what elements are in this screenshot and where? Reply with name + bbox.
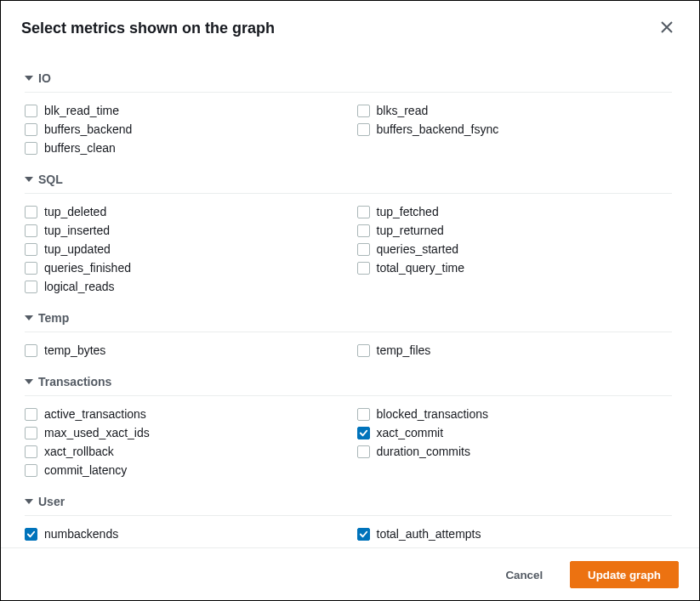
metric-commit_latency[interactable]: commit_latency xyxy=(25,461,340,479)
metric-xact_commit[interactable]: xact_commit xyxy=(357,423,673,442)
metrics-grid: temp_bytestemp_files xyxy=(25,341,672,360)
checkbox-temp_files[interactable] xyxy=(357,344,370,357)
metric-buffers_clean[interactable]: buffers_clean xyxy=(25,139,340,157)
group-header-user[interactable]: User xyxy=(25,490,672,515)
metric-temp_bytes[interactable]: temp_bytes xyxy=(25,341,340,360)
group-title: Temp xyxy=(38,311,69,325)
metric-label: blk_read_time xyxy=(44,104,119,117)
checkbox-buffers_clean[interactable] xyxy=(25,142,37,155)
divider xyxy=(25,193,672,194)
metric-tup_updated[interactable]: tup_updated xyxy=(25,240,340,258)
metric-label: xact_rollback xyxy=(44,445,114,458)
checkbox-tup_deleted[interactable] xyxy=(25,206,37,218)
group-io: IOblk_read_timebuffers_backendbuffers_cl… xyxy=(25,66,672,157)
caret-down-icon xyxy=(25,177,33,182)
metric-temp_files[interactable]: temp_files xyxy=(357,341,673,360)
checkbox-tup_inserted[interactable] xyxy=(25,224,37,237)
group-temp: Temptemp_bytestemp_files xyxy=(25,306,672,360)
metrics-grid: tup_deletedtup_insertedtup_updatedquerie… xyxy=(25,202,672,296)
group-title: IO xyxy=(38,71,51,85)
divider xyxy=(25,515,672,516)
metric-queries_finished[interactable]: queries_finished xyxy=(25,258,340,277)
update-graph-button[interactable]: Update graph xyxy=(570,561,679,588)
metric-label: buffers_backend xyxy=(44,122,132,136)
metrics-col-left: numbackends xyxy=(25,524,340,543)
checkbox-xact_commit[interactable] xyxy=(357,427,370,439)
checkbox-blocked_transactions[interactable] xyxy=(357,408,370,421)
checkbox-buffers_backend[interactable] xyxy=(25,123,37,136)
checkbox-active_transactions[interactable] xyxy=(25,408,37,421)
modal-header: Select metrics shown on the graph xyxy=(1,1,699,52)
divider xyxy=(25,92,672,93)
metric-blocked_transactions[interactable]: blocked_transactions xyxy=(357,405,673,423)
metric-blks_read[interactable]: blks_read xyxy=(357,101,673,120)
metric-label: total_auth_attempts xyxy=(377,527,481,541)
checkbox-tup_returned[interactable] xyxy=(357,224,370,237)
group-header-transactions[interactable]: Transactions xyxy=(25,370,672,395)
metric-queries_started[interactable]: queries_started xyxy=(357,240,673,258)
checkbox-blks_read[interactable] xyxy=(357,105,370,117)
metric-label: numbackends xyxy=(44,527,118,541)
metric-label: buffers_clean xyxy=(44,141,116,155)
metric-tup_inserted[interactable]: tup_inserted xyxy=(25,221,340,240)
metric-label: tup_updated xyxy=(44,242,111,256)
group-header-temp[interactable]: Temp xyxy=(25,306,672,332)
checkbox-blk_read_time[interactable] xyxy=(25,105,37,117)
metric-total_auth_attempts[interactable]: total_auth_attempts xyxy=(357,524,673,543)
group-header-io[interactable]: IO xyxy=(25,66,672,92)
select-metrics-modal: Select metrics shown on the graph IOblk_… xyxy=(0,0,700,601)
metric-tup_deleted[interactable]: tup_deleted xyxy=(25,202,340,221)
metric-label: queries_started xyxy=(377,242,459,256)
checkbox-logical_reads[interactable] xyxy=(25,281,37,293)
metric-tup_fetched[interactable]: tup_fetched xyxy=(357,202,673,221)
metric-buffers_backend[interactable]: buffers_backend xyxy=(25,120,340,139)
caret-down-icon xyxy=(25,499,33,504)
metrics-grid: active_transactionsmax_used_xact_idsxact… xyxy=(25,405,672,479)
metric-tup_returned[interactable]: tup_returned xyxy=(357,221,673,240)
checkbox-xact_rollback[interactable] xyxy=(25,445,37,458)
close-button[interactable] xyxy=(655,16,679,40)
metrics-col-right: total_auth_attempts xyxy=(357,524,673,543)
checkbox-max_used_xact_ids[interactable] xyxy=(25,427,37,439)
metric-total_query_time[interactable]: total_query_time xyxy=(357,258,673,277)
metric-label: queries_finished xyxy=(44,261,131,275)
close-icon xyxy=(661,21,673,36)
checkbox-duration_commits[interactable] xyxy=(357,445,370,458)
metrics-col-right: blocked_transactionsxact_commitduration_… xyxy=(357,405,673,479)
metric-label: temp_bytes xyxy=(44,343,105,357)
metric-duration_commits[interactable]: duration_commits xyxy=(357,442,673,461)
metric-max_used_xact_ids[interactable]: max_used_xact_ids xyxy=(25,423,340,442)
metric-xact_rollback[interactable]: xact_rollback xyxy=(25,442,340,461)
cancel-button[interactable]: Cancel xyxy=(488,561,560,588)
checkbox-total_auth_attempts[interactable] xyxy=(357,528,370,541)
checkbox-total_query_time[interactable] xyxy=(357,262,370,275)
checkbox-tup_updated[interactable] xyxy=(25,243,37,256)
metric-label: active_transactions xyxy=(44,407,146,421)
checkbox-tup_fetched[interactable] xyxy=(357,206,370,218)
metrics-col-left: tup_deletedtup_insertedtup_updatedquerie… xyxy=(25,202,340,296)
checkbox-commit_latency[interactable] xyxy=(25,464,37,477)
metric-buffers_backend_fsync[interactable]: buffers_backend_fsync xyxy=(357,120,673,139)
group-header-sql[interactable]: SQL xyxy=(25,167,672,193)
metric-label: blks_read xyxy=(377,104,429,117)
checkbox-numbackends[interactable] xyxy=(25,528,37,541)
modal-body[interactable]: IOblk_read_timebuffers_backendbuffers_cl… xyxy=(1,53,699,548)
metric-active_transactions[interactable]: active_transactions xyxy=(25,405,340,423)
metric-label: buffers_backend_fsync xyxy=(377,122,499,136)
caret-down-icon xyxy=(25,76,33,81)
checkbox-buffers_backend_fsync[interactable] xyxy=(357,123,370,136)
metric-numbackends[interactable]: numbackends xyxy=(25,524,340,543)
metric-label: blocked_transactions xyxy=(377,407,489,421)
divider xyxy=(25,395,672,396)
checkbox-queries_started[interactable] xyxy=(357,243,370,256)
metric-label: tup_returned xyxy=(377,224,444,237)
metric-label: temp_files xyxy=(377,343,431,357)
group-sql: SQLtup_deletedtup_insertedtup_updatedque… xyxy=(25,167,672,296)
metric-blk_read_time[interactable]: blk_read_time xyxy=(25,101,340,120)
metric-logical_reads[interactable]: logical_reads xyxy=(25,277,340,296)
metrics-col-left: temp_bytes xyxy=(25,341,340,360)
checkbox-queries_finished[interactable] xyxy=(25,262,37,275)
metric-label: tup_fetched xyxy=(377,205,439,218)
metrics-col-right: tup_fetchedtup_returnedqueries_startedto… xyxy=(357,202,673,296)
checkbox-temp_bytes[interactable] xyxy=(25,344,37,357)
